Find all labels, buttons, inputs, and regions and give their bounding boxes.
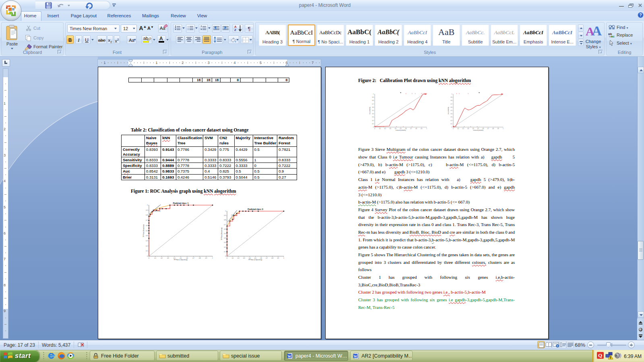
svg-text:0.8: 0.8 xyxy=(146,214,148,216)
svg-text:0.9: 0.9 xyxy=(372,97,374,98)
svg-text:0.4: 0.4 xyxy=(224,237,226,239)
svg-text:0.8: 0.8 xyxy=(199,257,201,259)
svg-text:0.7: 0.7 xyxy=(224,224,226,226)
svg-text:0.9: 0.9 xyxy=(497,128,499,130)
svg-text:true probability: true probability xyxy=(448,107,449,114)
svg-text:W: W xyxy=(288,354,291,358)
svg-text:0.6: 0.6 xyxy=(372,107,374,108)
svg-text:0.3: 0.3 xyxy=(451,116,452,118)
svg-text:0.3: 0.3 xyxy=(390,128,391,130)
svg-text:1: 1 xyxy=(373,93,374,95)
svg-text:0.4: 0.4 xyxy=(173,257,175,259)
svg-text:0.1: 0.1 xyxy=(232,257,234,259)
svg-text:true probability: true probability xyxy=(369,107,371,114)
svg-text:0.6: 0.6 xyxy=(260,257,262,259)
svg-text:0.1: 0.1 xyxy=(146,250,148,252)
svg-text:0: 0 xyxy=(225,255,226,257)
svg-text:0.5: 0.5 xyxy=(224,233,226,234)
svg-text:0.1: 0.1 xyxy=(379,128,381,130)
svg-text:0.7: 0.7 xyxy=(451,103,452,105)
svg-text:0.3: 0.3 xyxy=(167,257,169,259)
svg-text:0.2: 0.2 xyxy=(372,120,374,121)
svg-text:0.7: 0.7 xyxy=(146,220,148,221)
svg-text:0.5: 0.5 xyxy=(451,110,452,111)
svg-text:0.7: 0.7 xyxy=(372,103,374,105)
svg-text:ac: ac xyxy=(611,35,615,38)
svg-text:0: 0 xyxy=(227,257,227,259)
svg-text:0.7: 0.7 xyxy=(487,128,489,130)
svg-text:0.6: 0.6 xyxy=(224,228,226,230)
svg-text:0.2: 0.2 xyxy=(384,128,386,130)
svg-text:1: 1 xyxy=(426,128,427,130)
svg-text:0.1: 0.1 xyxy=(155,257,157,259)
svg-text:0.9: 0.9 xyxy=(146,210,148,211)
svg-text:?: ? xyxy=(639,13,642,17)
svg-text:0.8: 0.8 xyxy=(224,219,226,221)
svg-text:0.6: 0.6 xyxy=(482,128,484,130)
svg-text:0.2: 0.2 xyxy=(146,245,148,247)
svg-text:0.8: 0.8 xyxy=(451,100,452,101)
svg-text:0.3: 0.3 xyxy=(224,242,226,243)
svg-text:0.9: 0.9 xyxy=(224,215,226,216)
svg-text:1: 1 xyxy=(283,257,284,259)
svg-text:0.6: 0.6 xyxy=(186,257,188,259)
svg-text:0.1: 0.1 xyxy=(451,123,452,125)
svg-text:0: 0 xyxy=(149,257,149,259)
svg-text:0.2: 0.2 xyxy=(237,257,239,259)
svg-text:0.3: 0.3 xyxy=(372,116,374,118)
svg-text:0.8: 0.8 xyxy=(492,128,494,130)
svg-text:0.7: 0.7 xyxy=(266,257,268,259)
svg-text:W: W xyxy=(354,354,357,358)
svg-text:0.4: 0.4 xyxy=(372,113,374,115)
svg-text:0.5: 0.5 xyxy=(254,257,256,259)
svg-text:0.9: 0.9 xyxy=(277,257,279,259)
svg-text:0: 0 xyxy=(373,126,374,128)
svg-text:estimated probability: estimated probability xyxy=(473,130,483,131)
svg-text:0.5: 0.5 xyxy=(180,257,182,259)
svg-text:0.2: 0.2 xyxy=(451,120,452,121)
svg-text:0.3: 0.3 xyxy=(243,257,245,259)
svg-text:1: 1 xyxy=(503,128,504,130)
svg-text:0.4: 0.4 xyxy=(146,235,148,237)
svg-text:1: 1 xyxy=(452,93,452,95)
svg-text:0.6: 0.6 xyxy=(405,128,407,130)
svg-text:0.5: 0.5 xyxy=(400,128,402,130)
svg-text:0.9: 0.9 xyxy=(451,97,452,98)
svg-text:0: 0 xyxy=(374,128,375,130)
svg-text:0: 0 xyxy=(453,128,454,130)
svg-text:0.5: 0.5 xyxy=(477,128,479,130)
svg-text:1: 1 xyxy=(212,257,213,259)
svg-text:1: 1 xyxy=(147,204,148,206)
svg-text:0.7: 0.7 xyxy=(410,128,412,130)
svg-text:0.3: 0.3 xyxy=(467,128,469,130)
svg-text:0.8: 0.8 xyxy=(272,257,274,259)
svg-text:TP Rate (Sensitivity): TP Rate (Sensitivity) xyxy=(143,224,144,237)
svg-text:0.5: 0.5 xyxy=(146,230,148,232)
svg-text:0.1: 0.1 xyxy=(372,123,374,125)
svg-text:0.2: 0.2 xyxy=(224,247,226,248)
svg-text:0.6: 0.6 xyxy=(451,107,452,108)
svg-text:Predicted class: 1: Predicted class: 1 xyxy=(173,202,189,204)
svg-text:0.7: 0.7 xyxy=(192,257,194,259)
svg-text:0.1: 0.1 xyxy=(457,128,459,130)
svg-text:0.2: 0.2 xyxy=(161,257,163,259)
svg-text:Predicted class: 0: Predicted class: 0 xyxy=(248,208,263,210)
svg-text:0.2: 0.2 xyxy=(462,128,464,130)
svg-text:estimated probability: estimated probability xyxy=(396,130,406,131)
svg-text:0.6: 0.6 xyxy=(146,225,148,226)
svg-text:1: 1 xyxy=(225,210,226,212)
svg-text:TP Rate (Sensitivity): TP Rate (Sensitivity) xyxy=(221,228,223,240)
svg-text:0.9: 0.9 xyxy=(421,128,422,130)
svg-text:0.9: 0.9 xyxy=(205,257,207,259)
svg-text:0: 0 xyxy=(147,255,148,257)
svg-text:0.4: 0.4 xyxy=(473,128,474,130)
svg-text:0.8: 0.8 xyxy=(415,128,417,130)
svg-text:0.8: 0.8 xyxy=(372,100,374,101)
svg-text:0.4: 0.4 xyxy=(395,128,396,130)
svg-text:0.1: 0.1 xyxy=(224,251,226,253)
svg-text:0.4: 0.4 xyxy=(249,257,251,259)
svg-text:0.3: 0.3 xyxy=(146,240,148,242)
svg-text:FP Rate (1-Specificity): FP Rate (1-Specificity) xyxy=(174,259,188,261)
svg-text:0.5: 0.5 xyxy=(372,110,374,111)
svg-text:0: 0 xyxy=(452,126,452,128)
